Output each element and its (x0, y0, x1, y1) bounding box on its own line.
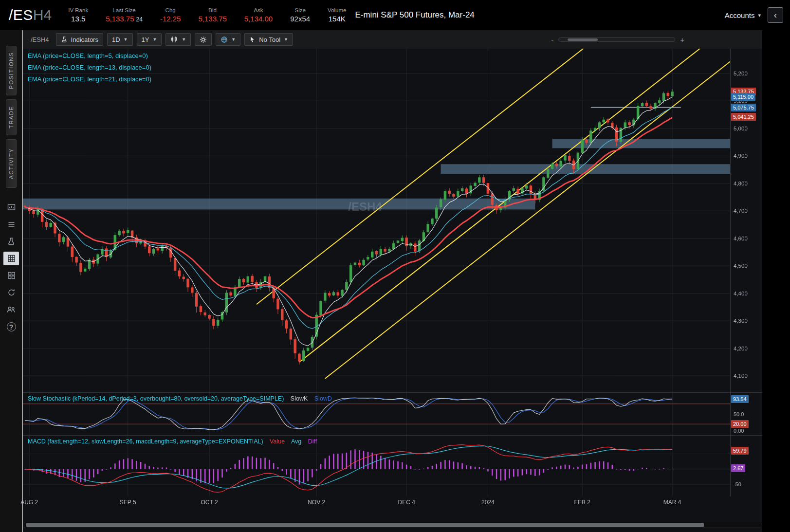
time-axis-label: NOV 2 (308, 499, 325, 506)
help-icon[interactable]: ? (3, 320, 19, 333)
sidebar-tab-positions[interactable]: POSITIONS (6, 46, 17, 95)
chart-columns-icon[interactable] (3, 201, 19, 214)
time-axis-label: AUG 2 (20, 499, 38, 506)
stochastic-pane: Slow Stochastic (kPeriod=14, dPeriod=3, … (23, 392, 762, 435)
chart-scrollbar[interactable] (24, 522, 761, 528)
zoom-control: - + (551, 36, 684, 44)
stat-volume: Volume 154K (328, 7, 346, 23)
chevron-down-icon: ▼ (152, 37, 157, 42)
symbol-text: /ES (9, 7, 33, 23)
zoom-slider-track[interactable] (558, 37, 675, 42)
sidebar-tab-trade[interactable]: TRADE (6, 99, 17, 135)
stat-change: Chg -12.25 (160, 7, 181, 23)
stochastic-canvas[interactable] (23, 393, 762, 435)
price-pane: EMA (price=CLOSE, length=5, displace=0) … (23, 49, 762, 392)
chevron-down-icon: ▼ (231, 37, 236, 42)
collapse-panel-button[interactable]: ‹ (768, 7, 783, 23)
symbol-block: /ESH4 (9, 7, 52, 23)
zoom-in-button[interactable]: + (680, 36, 684, 44)
zoom-out-button[interactable]: - (551, 36, 553, 44)
globe-layers-dropdown[interactable]: ▼ (216, 33, 240, 46)
time-axis-label: OCT 2 (201, 499, 218, 506)
stat-iv-rank: IV Rank 13.5 (68, 7, 88, 23)
candlestick-icon (170, 36, 178, 43)
range-dropdown[interactable]: 1Y▼ (137, 33, 162, 46)
chart-settings-button[interactable] (195, 33, 212, 46)
chevron-down-icon: ▼ (284, 37, 288, 42)
gear-icon (200, 36, 207, 43)
header-right: Accounts ▾ ‹ (725, 7, 783, 23)
macd-canvas[interactable] (23, 436, 762, 496)
drawing-tool-dropdown[interactable]: No Tool ▼ (244, 33, 293, 46)
sidebar-tab-activity[interactable]: ACTIVITY (6, 139, 17, 188)
chart-type-dropdown[interactable]: ▼ (165, 33, 191, 46)
globe-icon (220, 36, 228, 43)
price-chart-canvas[interactable] (23, 49, 762, 392)
chart-panes: EMA (price=CLOSE, length=5, displace=0) … (23, 49, 762, 532)
chart-toolbar: /ESH4 Indicators 1D▼ 1Y▼ ▼ (23, 30, 762, 49)
chevron-down-icon: ▾ (758, 12, 761, 18)
users-icon[interactable] (3, 303, 19, 316)
sidebar-icon-column: ? (3, 201, 19, 333)
quote-stats: IV Rank 13.5 Last Size 5,133.7524 Chg -1… (68, 7, 346, 23)
list-icon[interactable] (3, 218, 19, 231)
indicators-button[interactable]: Indicators (56, 33, 103, 46)
chart-region: /ESH4 Indicators 1D▼ 1Y▼ ▼ (22, 30, 762, 532)
pane-symbol-label: /ESH4 (28, 36, 52, 43)
last-trade-size: 24 (136, 16, 143, 23)
grid-squares-icon[interactable] (3, 269, 19, 282)
stat-bid: Bid 5,133.75 (198, 7, 226, 23)
stat-last-size: Last Size 5,133.7524 (106, 7, 143, 23)
pattern-grid-icon[interactable] (3, 252, 19, 265)
time-axis-label: MAR 4 (663, 499, 681, 506)
time-axis-label: 2024 (481, 499, 495, 506)
zoom-slider-thumb[interactable] (568, 38, 598, 41)
timeframe-dropdown[interactable]: 1D▼ (107, 33, 133, 46)
instrument-title: E-mini S&P 500 Futures, Mar-24 (355, 10, 474, 20)
chevron-down-icon: ▼ (182, 37, 186, 42)
left-sidebar: POSITIONS TRADE ACTIVITY (0, 30, 22, 532)
trading-app-window: /ESH4 IV Rank 13.5 Last Size 5,133.7524 … (0, 0, 790, 532)
time-axis-label: DEC 4 (398, 499, 415, 506)
scrollbar-thumb[interactable] (26, 523, 704, 527)
header-bar: /ESH4 IV Rank 13.5 Last Size 5,133.7524 … (0, 0, 790, 30)
history-refresh-icon[interactable] (3, 286, 19, 299)
main-area: POSITIONS TRADE ACTIVITY (0, 30, 790, 532)
macd-pane: MACD (fastLength=12, slowLength=26, macd… (23, 435, 762, 496)
symbol-contract-code: H4 (33, 7, 52, 23)
chevron-down-icon: ▼ (124, 37, 128, 42)
stat-ask: Ask 5,134.00 (244, 7, 273, 23)
stat-size: Size 92x54 (290, 7, 310, 23)
cursor-icon (249, 36, 256, 43)
accounts-dropdown[interactable]: Accounts ▾ (725, 11, 761, 19)
time-axis-label: SEP 5 (120, 499, 136, 506)
beaker-icon[interactable] (3, 235, 19, 248)
time-axis: AUG 2SEP 5OCT 2NOV 2DEC 42024FEB 2MAR 4 (23, 496, 762, 509)
time-axis-label: FEB 2 (574, 499, 590, 506)
